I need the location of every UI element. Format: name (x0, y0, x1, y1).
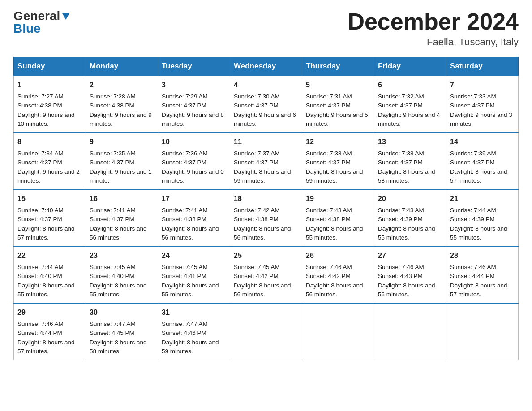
calendar-day-cell: 4Sunrise: 7:30 AMSunset: 4:37 PMDaylight… (230, 76, 302, 133)
sunset-label: Sunset: 4:37 PM (234, 159, 279, 166)
daylight-label: Daylight: 8 hours and 56 minutes. (306, 282, 363, 298)
sunrise-label: Sunrise: 7:32 AM (378, 93, 424, 100)
sunset-label: Sunset: 4:40 PM (90, 273, 134, 279)
sunset-label: Sunset: 4:37 PM (162, 102, 206, 109)
sunset-label: Sunset: 4:46 PM (162, 330, 206, 336)
sunrise-label: Sunrise: 7:40 AM (17, 207, 64, 214)
calendar-week-row: 22Sunrise: 7:44 AMSunset: 4:40 PMDayligh… (14, 246, 519, 303)
logo-blue-text: Blue (13, 21, 70, 36)
sunrise-label: Sunrise: 7:44 AM (17, 264, 64, 270)
day-number: 22 (17, 250, 82, 261)
calendar-day-cell: 6Sunrise: 7:32 AMSunset: 4:37 PMDaylight… (374, 76, 446, 133)
sunrise-label: Sunrise: 7:46 AM (450, 264, 496, 270)
day-number: 15 (17, 193, 82, 204)
calendar-week-row: 15Sunrise: 7:40 AMSunset: 4:37 PMDayligh… (14, 189, 519, 246)
sunrise-label: Sunrise: 7:29 AM (162, 93, 208, 100)
calendar-day-cell: 18Sunrise: 7:42 AMSunset: 4:38 PMDayligh… (230, 189, 302, 246)
daylight-label: Daylight: 9 hours and 2 minutes. (17, 168, 80, 184)
sunrise-label: Sunrise: 7:46 AM (17, 321, 64, 327)
day-number: 5 (306, 80, 370, 90)
calendar-day-cell: 2Sunrise: 7:28 AMSunset: 4:38 PMDaylight… (86, 76, 158, 133)
sunset-label: Sunset: 4:38 PM (90, 102, 134, 109)
daylight-label: Daylight: 8 hours and 55 minutes. (17, 282, 75, 298)
calendar-day-cell: 12Sunrise: 7:38 AMSunset: 4:37 PMDayligh… (302, 133, 374, 189)
day-of-week-header: Saturday (446, 57, 519, 76)
sunrise-label: Sunrise: 7:36 AM (162, 150, 208, 157)
location-subtitle: Faella, Tuscany, Italy (348, 36, 519, 48)
month-year-title: December 2024 (348, 9, 519, 34)
calendar-week-row: 8Sunrise: 7:34 AMSunset: 4:37 PMDaylight… (14, 133, 519, 189)
sunrise-label: Sunrise: 7:47 AM (162, 321, 208, 327)
calendar-week-row: 29Sunrise: 7:46 AMSunset: 4:44 PMDayligh… (14, 303, 519, 360)
daylight-label: Daylight: 8 hours and 57 minutes. (17, 225, 75, 241)
sunset-label: Sunset: 4:42 PM (306, 273, 351, 279)
sunrise-label: Sunrise: 7:45 AM (90, 264, 136, 270)
day-of-week-header: Monday (86, 57, 158, 76)
sunset-label: Sunset: 4:38 PM (306, 216, 351, 223)
sunset-label: Sunset: 4:42 PM (234, 273, 279, 279)
daylight-label: Daylight: 8 hours and 56 minutes. (378, 282, 435, 298)
daylight-label: Daylight: 8 hours and 56 minutes. (162, 225, 219, 241)
daylight-label: Daylight: 9 hours and 6 minutes. (234, 111, 296, 127)
day-number: 9 (90, 137, 154, 147)
daylight-label: Daylight: 8 hours and 56 minutes. (90, 225, 147, 241)
sunrise-label: Sunrise: 7:46 AM (378, 264, 424, 270)
day-number: 7 (450, 80, 515, 90)
daylight-label: Daylight: 9 hours and 10 minutes. (17, 111, 75, 127)
calendar-day-cell: 31Sunrise: 7:47 AMSunset: 4:46 PMDayligh… (158, 303, 230, 360)
daylight-label: Daylight: 8 hours and 57 minutes. (450, 282, 507, 298)
day-number: 14 (450, 137, 515, 147)
sunset-label: Sunset: 4:38 PM (162, 216, 206, 223)
daylight-label: Daylight: 9 hours and 9 minutes. (90, 111, 152, 127)
sunrise-label: Sunrise: 7:41 AM (90, 207, 136, 214)
calendar-day-cell (446, 303, 519, 360)
day-number: 20 (378, 193, 442, 204)
sunset-label: Sunset: 4:37 PM (90, 159, 134, 166)
sunset-label: Sunset: 4:45 PM (90, 330, 134, 336)
sunset-label: Sunset: 4:40 PM (17, 273, 62, 279)
day-of-week-header: Wednesday (230, 57, 302, 76)
day-number: 12 (306, 137, 370, 147)
sunset-label: Sunset: 4:37 PM (306, 102, 351, 109)
sunrise-label: Sunrise: 7:35 AM (90, 150, 136, 157)
calendar-day-cell: 19Sunrise: 7:43 AMSunset: 4:38 PMDayligh… (302, 189, 374, 246)
day-number: 19 (306, 193, 370, 204)
calendar-header-row: SundayMondayTuesdayWednesdayThursdayFrid… (14, 57, 519, 76)
calendar-day-cell: 26Sunrise: 7:46 AMSunset: 4:42 PMDayligh… (302, 246, 374, 303)
daylight-label: Daylight: 9 hours and 5 minutes. (306, 111, 368, 127)
calendar-day-cell: 13Sunrise: 7:38 AMSunset: 4:37 PMDayligh… (374, 133, 446, 189)
calendar-table: SundayMondayTuesdayWednesdayThursdayFrid… (13, 57, 519, 360)
sunset-label: Sunset: 4:37 PM (450, 159, 495, 166)
daylight-label: Daylight: 8 hours and 56 minutes. (234, 282, 291, 298)
calendar-day-cell: 16Sunrise: 7:41 AMSunset: 4:37 PMDayligh… (86, 189, 158, 246)
day-number: 21 (450, 193, 515, 204)
sunset-label: Sunset: 4:37 PM (234, 102, 279, 109)
calendar-day-cell (230, 303, 302, 360)
calendar-day-cell: 23Sunrise: 7:45 AMSunset: 4:40 PMDayligh… (86, 246, 158, 303)
day-number: 11 (234, 137, 298, 147)
logo: General Blue (13, 9, 70, 36)
sunset-label: Sunset: 4:38 PM (234, 216, 279, 223)
calendar-day-cell: 17Sunrise: 7:41 AMSunset: 4:38 PMDayligh… (158, 189, 230, 246)
day-number: 6 (378, 80, 442, 90)
sunset-label: Sunset: 4:43 PM (378, 273, 423, 279)
day-number: 31 (162, 307, 226, 318)
sunrise-label: Sunrise: 7:45 AM (234, 264, 280, 270)
sunset-label: Sunset: 4:37 PM (378, 159, 423, 166)
calendar-day-cell: 28Sunrise: 7:46 AMSunset: 4:44 PMDayligh… (446, 246, 519, 303)
calendar-day-cell (302, 303, 374, 360)
calendar-day-cell: 21Sunrise: 7:44 AMSunset: 4:39 PMDayligh… (446, 189, 519, 246)
sunrise-label: Sunrise: 7:43 AM (378, 207, 424, 214)
day-number: 3 (162, 80, 226, 90)
sunrise-label: Sunrise: 7:45 AM (162, 264, 208, 270)
sunrise-label: Sunrise: 7:28 AM (90, 93, 136, 100)
sunrise-label: Sunrise: 7:38 AM (306, 150, 352, 157)
day-number: 16 (90, 193, 154, 204)
calendar-day-cell: 7Sunrise: 7:33 AMSunset: 4:37 PMDaylight… (446, 76, 519, 133)
day-of-week-header: Sunday (14, 57, 86, 76)
day-number: 26 (306, 250, 370, 261)
sunrise-label: Sunrise: 7:41 AM (162, 207, 208, 214)
day-number: 25 (234, 250, 298, 261)
day-number: 27 (378, 250, 442, 261)
sunset-label: Sunset: 4:38 PM (17, 102, 62, 109)
